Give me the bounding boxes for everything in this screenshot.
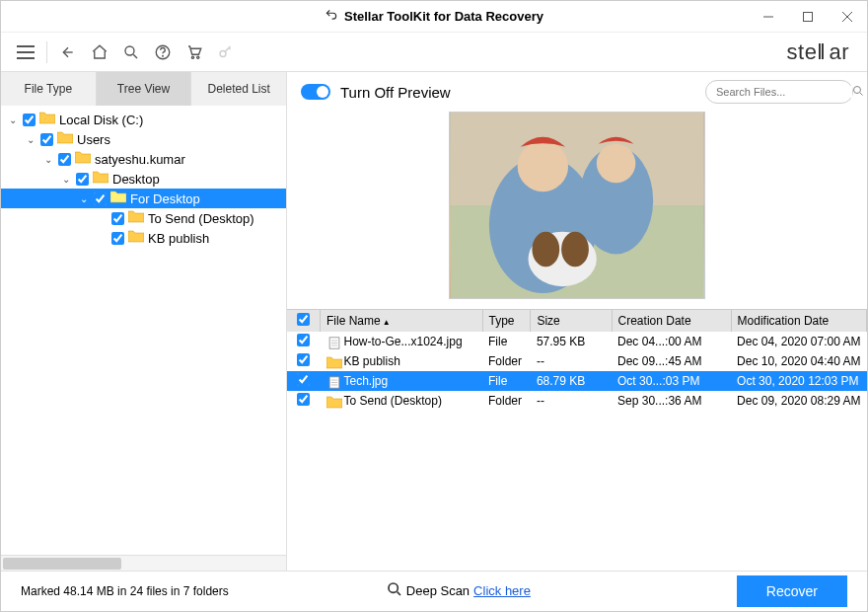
deep-scan-label: Deep Scan — [406, 583, 470, 598]
tree-row[interactable]: ⌄satyeshu.kumar — [1, 149, 286, 169]
file-mdate: Dec 04, 2020 07:00 AM — [731, 332, 866, 351]
column-type[interactable]: Type — [482, 310, 531, 332]
search-box[interactable] — [705, 80, 853, 104]
table-row[interactable]: KB publishFolder--Dec 09...:45 AMDec 10,… — [287, 351, 867, 371]
help-icon[interactable] — [148, 38, 178, 67]
recover-button[interactable]: Recover — [737, 575, 847, 607]
tree-row[interactable]: ⌄Desktop — [1, 169, 286, 189]
column-checkbox[interactable] — [287, 310, 321, 332]
svg-point-23 — [532, 232, 559, 268]
expand-toggle-icon[interactable]: ⌄ — [7, 115, 19, 125]
svg-point-12 — [197, 56, 199, 58]
file-icon — [326, 376, 340, 388]
preview-toggle[interactable] — [301, 84, 330, 100]
scroll-thumb[interactable] — [3, 558, 121, 570]
tree-label: For Desktop — [130, 191, 200, 206]
minimize-button[interactable] — [749, 1, 788, 33]
svg-point-14 — [854, 87, 861, 94]
file-type: File — [482, 371, 531, 391]
folder-icon — [57, 131, 77, 147]
tree-checkbox[interactable] — [76, 173, 89, 186]
titlebar: Stellar ToolKit for Data Recovery — [1, 1, 867, 33]
tree-checkbox[interactable] — [111, 232, 124, 245]
tree-checkbox[interactable] — [23, 114, 36, 126]
status-text: Marked 48.14 MB in 24 files in 7 folders — [21, 584, 229, 598]
deep-scan-link[interactable]: Click here — [473, 583, 531, 598]
file-size: 57.95 KB — [531, 332, 612, 351]
svg-line-34 — [397, 592, 399, 595]
file-name: How-to-Ge...x1024.jpg — [344, 335, 463, 348]
microscope-icon[interactable] — [116, 38, 146, 67]
svg-rect-1 — [804, 13, 813, 22]
folder-icon — [110, 191, 130, 206]
svg-point-21 — [597, 144, 636, 184]
row-checkbox[interactable] — [297, 393, 310, 406]
tree-checkbox[interactable] — [94, 192, 107, 205]
key-icon[interactable] — [211, 38, 241, 67]
tree-row[interactable]: ⌄Local Disk (C:) — [1, 110, 286, 129]
table-row[interactable]: Tech.jpgFile68.79 KBOct 30...:03 PMOct 3… — [287, 371, 867, 391]
svg-point-33 — [389, 583, 398, 592]
tree-label: Desktop — [112, 172, 160, 187]
column-modification-date[interactable]: Modification Date — [731, 310, 866, 332]
tree-row[interactable]: KB publish — [1, 228, 286, 248]
tree-checkbox[interactable] — [58, 153, 71, 166]
row-checkbox[interactable] — [297, 334, 310, 346]
row-checkbox[interactable] — [297, 353, 310, 366]
tab-tree-view[interactable]: Tree View — [97, 72, 192, 106]
column-filename[interactable]: File Name▲ — [321, 310, 483, 332]
brand-logo: stellar — [787, 39, 857, 65]
left-panel: File Type Tree View Deleted List ⌄Local … — [1, 72, 287, 571]
preview-area — [287, 112, 867, 309]
sort-asc-icon: ▲ — [383, 318, 391, 327]
maximize-button[interactable] — [788, 1, 828, 33]
column-creation-date[interactable]: Creation Date — [612, 310, 731, 332]
table-row[interactable]: How-to-Ge...x1024.jpgFile57.95 KBDec 04.… — [287, 332, 867, 351]
tree-row[interactable]: ⌄For Desktop — [1, 189, 286, 208]
search-input[interactable] — [716, 86, 852, 98]
tree-checkbox[interactable] — [111, 212, 124, 225]
folder-tree[interactable]: ⌄Local Disk (C:)⌄Users⌄satyeshu.kumar⌄De… — [1, 106, 286, 555]
tab-file-type[interactable]: File Type — [1, 72, 97, 106]
home-icon[interactable] — [85, 38, 114, 67]
close-button[interactable] — [828, 1, 867, 33]
file-name: KB publish — [344, 354, 400, 368]
expand-toggle-icon[interactable]: ⌄ — [25, 134, 36, 145]
file-icon — [326, 337, 340, 348]
folder-icon — [93, 171, 112, 187]
tree-label: To Send (Desktop) — [148, 211, 254, 226]
file-name: To Send (Desktop) — [344, 394, 442, 408]
tree-label: Users — [77, 132, 110, 147]
preview-image — [449, 112, 705, 299]
cart-icon[interactable] — [180, 38, 209, 67]
file-mdate: Dec 09, 2020 08:29 AM — [731, 391, 866, 411]
column-size[interactable]: Size — [531, 310, 612, 332]
select-all-checkbox[interactable] — [297, 313, 310, 326]
expand-toggle-icon[interactable]: ⌄ — [60, 174, 72, 185]
row-checkbox[interactable] — [297, 373, 310, 386]
tree-checkbox[interactable] — [40, 133, 53, 146]
file-size: -- — [531, 351, 612, 371]
table-row[interactable]: To Send (Desktop)Folder--Sep 30...:36 AM… — [287, 391, 867, 411]
folder-icon — [39, 112, 59, 127]
toolbar: stellar — [1, 33, 867, 72]
search-icon[interactable] — [852, 85, 864, 99]
expand-toggle-icon[interactable]: ⌄ — [42, 154, 54, 165]
file-name: Tech.jpg — [344, 374, 389, 388]
menu-icon[interactable] — [11, 38, 40, 67]
preview-toggle-label: Turn Off Preview — [340, 84, 451, 101]
file-table: File Name▲ Type Size Creation Date Modif… — [287, 310, 867, 411]
expand-toggle-icon[interactable]: ⌄ — [78, 193, 90, 204]
file-size: 68.79 KB — [531, 371, 612, 391]
tree-row[interactable]: ⌄Users — [1, 129, 286, 149]
svg-point-24 — [561, 232, 589, 268]
horizontal-scrollbar[interactable] — [1, 555, 286, 571]
file-size: -- — [531, 391, 612, 411]
file-table-wrap: File Name▲ Type Size Creation Date Modif… — [287, 309, 867, 571]
tree-row[interactable]: To Send (Desktop) — [1, 208, 286, 228]
right-panel: Turn Off Preview — [287, 72, 867, 571]
back-icon[interactable] — [53, 38, 83, 67]
tab-deleted-list[interactable]: Deleted List — [191, 72, 286, 106]
folder-icon — [326, 396, 340, 408]
file-cdate: Dec 04...:00 AM — [612, 332, 731, 351]
